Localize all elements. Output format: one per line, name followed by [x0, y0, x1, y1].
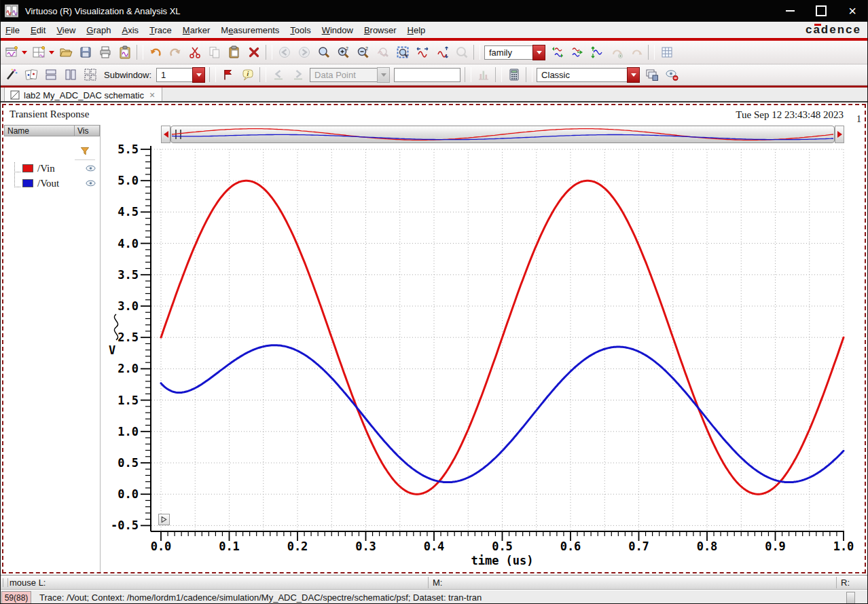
delete-button[interactable]: [245, 43, 263, 62]
subwindow-grid-button[interactable]: [81, 66, 99, 84]
zoom-highlight-button[interactable]: [374, 43, 392, 62]
next-view-button[interactable]: [295, 43, 313, 62]
move-trace-button[interactable]: [587, 43, 606, 62]
copy-button[interactable]: [205, 43, 223, 62]
svg-text:0.8: 0.8: [697, 540, 718, 553]
datapoint-select-value: Data Point: [310, 68, 377, 82]
style-select[interactable]: Classic: [537, 68, 640, 82]
save-button[interactable]: [76, 43, 94, 62]
cards-button[interactable]: [22, 66, 40, 84]
svg-text:i: i: [247, 70, 249, 77]
menu-graph[interactable]: Graph: [81, 23, 116, 37]
close-button[interactable]: ×: [837, 0, 868, 22]
waveform-plot[interactable]: -0.50.00.51.01.52.02.53.03.54.04.55.05.5…: [0, 102, 868, 575]
svg-text:2: 2: [346, 46, 348, 51]
menu-tools[interactable]: Tools: [285, 23, 316, 37]
zoom-y-button[interactable]: [433, 43, 451, 62]
new-subwindow-dropdown-arrow-icon[interactable]: [49, 51, 54, 54]
secondary-toolbar: Subwindow:1iData PointClassic: [0, 64, 868, 86]
trace-name[interactable]: /Vin: [37, 163, 82, 174]
menu-edit[interactable]: Edit: [25, 23, 51, 37]
split-strips-button[interactable]: [548, 43, 566, 62]
svg-text:2.0: 2.0: [117, 362, 139, 375]
maximize-button[interactable]: [806, 0, 837, 22]
flag-button[interactable]: [219, 66, 237, 84]
legend-row-vin[interactable]: /Vin: [4, 161, 99, 176]
svg-text:0.0: 0.0: [151, 540, 172, 553]
menu-view[interactable]: View: [51, 23, 81, 37]
zoom-fit-button[interactable]: [393, 43, 412, 62]
new-subwindow-button[interactable]: [29, 43, 48, 62]
next-point-button[interactable]: [289, 66, 307, 84]
reorder-trace-button[interactable]: [627, 43, 645, 62]
visibility-eye-icon[interactable]: [82, 180, 99, 187]
swap-sweep-button[interactable]: [607, 43, 626, 62]
minimize-button[interactable]: [774, 0, 806, 22]
undo-button[interactable]: [146, 43, 164, 62]
new-graph-window-dropdown-arrow-icon[interactable]: [22, 51, 27, 54]
menu-browser[interactable]: Browser: [359, 23, 402, 37]
snapshot-clipboard-button[interactable]: [115, 43, 134, 62]
zoom-icon: [317, 45, 331, 59]
hide-trace-button[interactable]: [662, 66, 681, 84]
mouse-middle-hint: M:: [433, 578, 442, 588]
toolbar-separator: [259, 67, 266, 82]
menu-bar: FileEditViewGraphAxisTraceMarkerMeasurem…: [0, 22, 868, 39]
table-view-button[interactable]: [657, 43, 676, 62]
strip-expand-button[interactable]: [158, 514, 170, 525]
svg-text:2.5: 2.5: [117, 331, 139, 344]
open-button[interactable]: [56, 43, 75, 62]
svg-text:0.6: 0.6: [560, 540, 581, 553]
svg-text:0.9: 0.9: [765, 540, 786, 553]
hide-trace-icon: [665, 68, 679, 81]
menu-window[interactable]: Window: [317, 23, 359, 37]
datapoint-select-dropdown-icon[interactable]: [377, 67, 390, 83]
menu-marker[interactable]: Marker: [177, 23, 215, 37]
point-value-input[interactable]: [394, 68, 460, 82]
graph-area: Transient Response Tue Sep 12 23:43:48 2…: [0, 102, 868, 575]
zoom-previous-button[interactable]: [452, 43, 471, 62]
svg-text:4.0: 4.0: [117, 237, 139, 250]
menu-axis[interactable]: Axis: [116, 23, 144, 37]
cut-icon: [188, 45, 202, 59]
menu-trace[interactable]: Trace: [144, 23, 177, 37]
save-style-button[interactable]: [643, 66, 661, 84]
layout-columns-button[interactable]: [61, 66, 79, 84]
resize-grip[interactable]: [846, 592, 855, 604]
combine-traces-button[interactable]: [568, 43, 586, 62]
status-message: Trace: /Vout; Context: /home/lordm1/cade…: [39, 592, 482, 603]
menu-help[interactable]: Help: [402, 23, 431, 37]
family-mode-dropdown-icon[interactable]: [532, 45, 545, 60]
visibility-eye-icon[interactable]: [82, 165, 99, 172]
wizard-button[interactable]: [2, 66, 20, 84]
svg-text:0.5: 0.5: [492, 540, 513, 553]
calculator-button[interactable]: [505, 66, 523, 84]
style-select-dropdown-icon[interactable]: [627, 67, 640, 83]
split-strips-icon: [551, 45, 564, 59]
redo-button[interactable]: [166, 43, 184, 62]
trace-name[interactable]: /Vout: [37, 178, 82, 189]
tab-close-icon[interactable]: ×: [148, 90, 156, 100]
save-style-icon: [645, 68, 659, 81]
histogram-button[interactable]: [474, 66, 492, 84]
new-graph-window-button[interactable]: [2, 43, 20, 62]
zoom-in-2x-button[interactable]: 2: [334, 43, 352, 62]
menu-measurements[interactable]: Measurements: [215, 23, 285, 37]
cut-button[interactable]: [185, 43, 204, 62]
svg-text:time (us): time (us): [471, 554, 533, 567]
family-mode[interactable]: family: [484, 45, 545, 60]
subwindow-select[interactable]: 1: [156, 68, 205, 82]
previous-view-button[interactable]: [275, 43, 293, 62]
zoom-out-2x-button[interactable]: 2: [354, 43, 372, 62]
subwindow-select-dropdown-icon[interactable]: [192, 67, 205, 83]
zoom-x-button[interactable]: [413, 43, 431, 62]
print-button[interactable]: [96, 43, 114, 62]
layout-rows-button[interactable]: [41, 66, 60, 84]
menu-file[interactable]: File: [0, 23, 25, 37]
info-balloon-button[interactable]: i: [238, 66, 257, 84]
datapoint-select[interactable]: Data Point: [310, 68, 390, 82]
zoom-button[interactable]: [314, 43, 333, 62]
paste-button[interactable]: [225, 43, 243, 62]
legend-row-vout[interactable]: /Vout: [4, 176, 99, 191]
previous-point-button[interactable]: [269, 66, 287, 84]
